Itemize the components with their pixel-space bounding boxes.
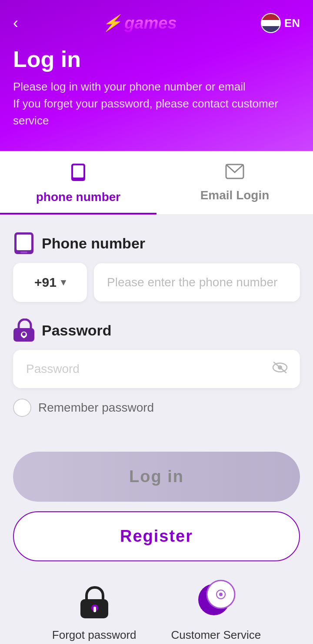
svg-point-10 — [22, 332, 26, 336]
customer-service-link[interactable]: Customer Service — [171, 583, 261, 642]
svg-rect-1 — [73, 165, 83, 178]
password-section: Password Remember password — [13, 319, 300, 417]
phone-input-row: +91 ▾ — [13, 263, 300, 302]
svg-rect-6 — [20, 252, 27, 253]
svg-rect-5 — [17, 235, 31, 250]
email-tab-label: Email Login — [200, 188, 270, 202]
forgot-password-icon — [75, 583, 114, 622]
phone-field-icon — [13, 232, 35, 254]
page-subtitle: Please log in with your phone number or … — [13, 78, 300, 129]
password-header: Password — [13, 319, 300, 341]
top-bar: ‹ ⚡ games EN — [13, 0, 300, 42]
phone-number-section: Phone number +91 ▾ — [13, 232, 300, 302]
svg-rect-17 — [93, 608, 96, 612]
footer-links: Forgot password — [13, 583, 300, 644]
country-code-value: +91 — [34, 275, 57, 290]
language-label: EN — [284, 17, 300, 30]
phone-tab-icon — [69, 163, 88, 186]
phone-number-label: Phone number — [42, 235, 145, 252]
password-input[interactable] — [13, 350, 300, 388]
header: ‹ ⚡ games EN Log in Please log in with y… — [0, 0, 313, 151]
register-button[interactable]: Register — [13, 511, 300, 561]
forgot-password-label: Forgot password — [52, 628, 137, 642]
login-button[interactable]: Log in — [13, 452, 300, 502]
logo-icon: ⚡ — [102, 14, 122, 32]
email-tab-icon — [225, 163, 244, 184]
phone-number-input[interactable] — [94, 263, 300, 302]
customer-service-label: Customer Service — [171, 628, 261, 642]
tabs-container: phone number Email Login — [0, 151, 313, 215]
country-code-selector[interactable]: +91 ▾ — [13, 263, 87, 302]
forgot-password-link[interactable]: Forgot password — [52, 583, 137, 642]
phone-number-header: Phone number — [13, 232, 300, 254]
password-field-icon — [13, 319, 35, 341]
toggle-password-icon[interactable] — [272, 361, 288, 377]
chevron-down-icon: ▾ — [61, 277, 66, 288]
back-button[interactable]: ‹ — [13, 15, 18, 31]
remember-checkbox[interactable] — [13, 399, 31, 417]
tab-phone[interactable]: phone number — [0, 151, 156, 215]
tab-email[interactable]: Email Login — [156, 151, 313, 215]
phone-tab-label: phone number — [36, 190, 120, 204]
remember-row: Remember password — [13, 399, 300, 417]
language-selector[interactable]: EN — [261, 13, 300, 33]
main-content: Phone number +91 ▾ Password — [0, 215, 313, 644]
svg-point-23 — [219, 593, 223, 596]
customer-service-icon — [196, 583, 236, 622]
svg-rect-2 — [76, 179, 81, 180]
page-title: Log in — [13, 46, 300, 72]
flag-icon — [261, 13, 281, 33]
password-input-wrap — [13, 350, 300, 388]
password-label: Password — [42, 322, 112, 339]
logo: ⚡ games — [102, 14, 176, 33]
logo-text: games — [124, 14, 176, 33]
remember-label: Remember password — [38, 401, 154, 415]
